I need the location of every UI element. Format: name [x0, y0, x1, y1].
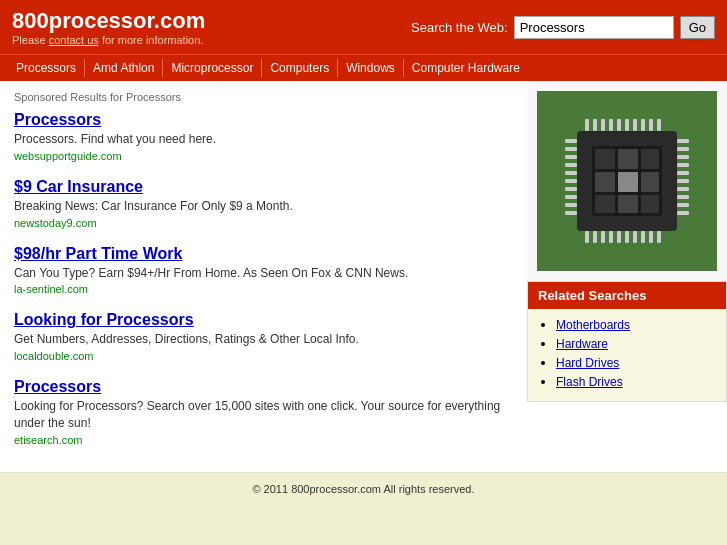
- result-title-link[interactable]: Processors: [14, 378, 101, 395]
- svg-rect-34: [565, 155, 577, 159]
- svg-rect-44: [677, 155, 689, 159]
- result-url: localdouble.com: [14, 350, 513, 362]
- result-item: $9 Car Insurance Breaking News: Car Insu…: [14, 178, 513, 229]
- result-title-link[interactable]: $98/hr Part Time Work: [14, 245, 182, 262]
- footer: © 2011 800processor.com All rights reser…: [0, 472, 727, 505]
- svg-rect-26: [617, 231, 621, 243]
- related-item: Hard Drives: [556, 355, 716, 370]
- svg-rect-19: [641, 119, 645, 131]
- search-input[interactable]: [514, 16, 674, 39]
- svg-rect-42: [677, 139, 689, 143]
- related-link-flash-drives[interactable]: Flash Drives: [556, 375, 623, 389]
- related-link-hard-drives[interactable]: Hard Drives: [556, 356, 619, 370]
- related-link-motherboards[interactable]: Motherboards: [556, 318, 630, 332]
- svg-rect-6: [595, 172, 615, 192]
- svg-rect-27: [625, 231, 629, 243]
- svg-rect-10: [618, 195, 638, 213]
- svg-rect-24: [601, 231, 605, 243]
- result-description: Breaking News: Car Insurance For Only $9…: [14, 198, 513, 215]
- result-description: Processors. Find what you need here.: [14, 131, 513, 148]
- svg-rect-18: [633, 119, 637, 131]
- svg-rect-5: [641, 149, 659, 169]
- svg-rect-46: [677, 171, 689, 175]
- svg-rect-28: [633, 231, 637, 243]
- chip-svg: [537, 91, 717, 271]
- svg-rect-12: [585, 119, 589, 131]
- svg-rect-35: [565, 163, 577, 167]
- svg-rect-14: [601, 119, 605, 131]
- svg-rect-3: [595, 149, 615, 169]
- related-item: Flash Drives: [556, 374, 716, 389]
- result-item: Looking for Processors Get Numbers, Addr…: [14, 311, 513, 362]
- svg-rect-33: [565, 147, 577, 151]
- result-title-link[interactable]: Looking for Processors: [14, 311, 194, 328]
- svg-rect-48: [677, 187, 689, 191]
- main-content: Sponsored Results for Processors Process…: [0, 81, 527, 472]
- result-description: Get Numbers, Addresses, Directions, Rati…: [14, 331, 513, 348]
- sponsored-label: Sponsored Results for Processors: [14, 91, 513, 103]
- svg-rect-51: [677, 211, 689, 215]
- svg-rect-37: [565, 179, 577, 183]
- nav-item-computers[interactable]: Computers: [262, 59, 338, 77]
- result-item: $98/hr Part Time Work Can You Type? Earn…: [14, 245, 513, 296]
- svg-rect-9: [595, 195, 615, 213]
- nav-bar: Processors Amd Athlon Microprocessor Com…: [0, 54, 727, 81]
- tagline-suffix: for more information.: [102, 34, 203, 46]
- svg-rect-50: [677, 203, 689, 207]
- result-description: Can You Type? Earn $94+/Hr From Home. As…: [14, 265, 513, 282]
- related-item: Hardware: [556, 336, 716, 351]
- search-bar: Search the Web: Go: [411, 16, 715, 39]
- svg-rect-22: [585, 231, 589, 243]
- svg-rect-11: [641, 195, 659, 213]
- related-searches-box: Related Searches Motherboards Hardware H…: [527, 281, 727, 402]
- svg-rect-13: [593, 119, 597, 131]
- result-description: Looking for Processors? Search over 15,0…: [14, 398, 513, 432]
- tagline-text: Please: [12, 34, 46, 46]
- svg-rect-32: [565, 139, 577, 143]
- svg-rect-39: [565, 195, 577, 199]
- svg-rect-36: [565, 171, 577, 175]
- svg-rect-16: [617, 119, 621, 131]
- svg-rect-17: [625, 119, 629, 131]
- svg-rect-8: [641, 172, 659, 192]
- nav-item-microprocessor[interactable]: Microprocessor: [163, 59, 262, 77]
- nav-item-processors[interactable]: Processors: [8, 59, 85, 77]
- result-title-link[interactable]: $9 Car Insurance: [14, 178, 143, 195]
- result-url: la-sentinel.com: [14, 283, 513, 295]
- svg-rect-21: [657, 119, 661, 131]
- header-branding: 800processor.com Please contact us for m…: [12, 8, 205, 46]
- svg-rect-45: [677, 163, 689, 167]
- svg-rect-41: [565, 211, 577, 215]
- site-header: 800processor.com Please contact us for m…: [0, 0, 727, 54]
- related-link-hardware[interactable]: Hardware: [556, 337, 608, 351]
- processor-image: [527, 81, 727, 281]
- nav-item-computer-hardware[interactable]: Computer Hardware: [404, 59, 528, 77]
- svg-rect-29: [641, 231, 645, 243]
- svg-rect-38: [565, 187, 577, 191]
- result-item: Processors Processors. Find what you nee…: [14, 111, 513, 162]
- svg-rect-30: [649, 231, 653, 243]
- svg-rect-40: [565, 203, 577, 207]
- result-url: etisearch.com: [14, 434, 513, 446]
- result-item: Processors Looking for Processors? Searc…: [14, 378, 513, 446]
- svg-rect-25: [609, 231, 613, 243]
- related-item: Motherboards: [556, 317, 716, 332]
- svg-rect-20: [649, 119, 653, 131]
- result-url: newstoday9.com: [14, 217, 513, 229]
- related-searches-list: Motherboards Hardware Hard Drives Flash …: [528, 309, 726, 401]
- svg-rect-15: [609, 119, 613, 131]
- contact-link[interactable]: contact us: [49, 34, 99, 46]
- search-go-button[interactable]: Go: [680, 16, 715, 39]
- svg-rect-47: [677, 179, 689, 183]
- search-label: Search the Web:: [411, 20, 508, 35]
- related-searches-header: Related Searches: [528, 282, 726, 309]
- svg-rect-49: [677, 195, 689, 199]
- nav-item-windows[interactable]: Windows: [338, 59, 404, 77]
- result-title-link[interactable]: Processors: [14, 111, 101, 128]
- svg-rect-31: [657, 231, 661, 243]
- nav-item-amd-athlon[interactable]: Amd Athlon: [85, 59, 163, 77]
- svg-rect-7: [618, 172, 638, 192]
- sidebar: Related Searches Motherboards Hardware H…: [527, 81, 727, 472]
- svg-rect-43: [677, 147, 689, 151]
- site-title: 800processor.com: [12, 8, 205, 34]
